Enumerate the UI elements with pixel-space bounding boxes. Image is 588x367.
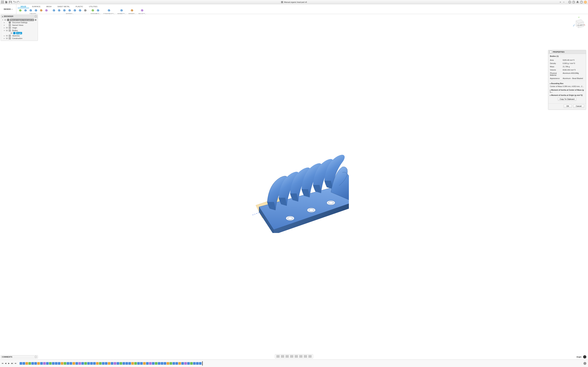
timeline-feature[interactable] xyxy=(134,362,137,365)
timeline-feature[interactable] xyxy=(146,362,149,365)
properties-header[interactable]: PROPERTIES xyxy=(548,50,586,54)
grid-settings-icon[interactable] xyxy=(304,355,307,358)
new-tab-icon[interactable]: ＋ xyxy=(562,0,565,4)
user-avatar-icon[interactable] xyxy=(584,0,587,4)
tool-icon[interactable] xyxy=(107,8,111,13)
timeline-feature[interactable] xyxy=(169,362,172,365)
timeline-feature[interactable] xyxy=(158,362,160,365)
timeline-feature[interactable] xyxy=(172,362,175,365)
tool-icon[interactable] xyxy=(18,8,23,13)
eye-icon[interactable] xyxy=(6,29,8,32)
pin-icon[interactable] xyxy=(35,15,37,17)
ribbon-tab-plastic[interactable]: PLASTIC xyxy=(73,5,86,8)
timeline-feature[interactable] xyxy=(167,362,169,365)
eye-icon[interactable] xyxy=(10,32,13,34)
timeline-feature[interactable] xyxy=(176,362,178,365)
tool-icon[interactable] xyxy=(39,8,43,13)
timeline-feature[interactable] xyxy=(61,362,63,365)
tool-icon[interactable] xyxy=(130,8,134,13)
timeline-feature[interactable] xyxy=(81,362,84,365)
timeline-feature[interactable] xyxy=(76,362,78,365)
timeline-feature[interactable] xyxy=(193,362,196,365)
grid-apps-icon[interactable] xyxy=(1,0,4,4)
timeline-feature[interactable] xyxy=(119,362,122,365)
extensions-icon[interactable] xyxy=(568,0,571,4)
timeline-feature[interactable] xyxy=(84,362,87,365)
timeline-feature[interactable] xyxy=(49,362,52,365)
timeline-feature[interactable] xyxy=(117,362,119,365)
pan-icon[interactable] xyxy=(286,355,289,358)
timeline-feature[interactable] xyxy=(178,362,181,365)
tool-icon[interactable] xyxy=(67,8,72,13)
tool-icon[interactable] xyxy=(78,8,82,13)
moi-com-section[interactable]: Moment of Inertia at Center of Mass (g L… xyxy=(550,88,584,93)
job-status-icon[interactable] xyxy=(572,0,575,4)
timeline-feature[interactable] xyxy=(87,362,90,365)
ok-button[interactable]: OK xyxy=(564,104,572,108)
timeline-next-icon[interactable]: ▶| xyxy=(11,362,14,365)
cancel-button[interactable]: Cancel xyxy=(573,104,584,108)
timeline-prev-icon[interactable]: ◀ xyxy=(5,362,7,365)
timeline-feature[interactable] xyxy=(102,362,105,365)
timeline-feature[interactable] xyxy=(55,362,58,365)
eye-icon[interactable] xyxy=(6,35,8,37)
undo-icon[interactable]: ▾ xyxy=(13,0,16,4)
timeline-feature[interactable] xyxy=(64,362,66,365)
help-icon[interactable]: ? xyxy=(580,0,583,4)
tool-icon[interactable] xyxy=(52,8,56,13)
ribbon-tab-surface[interactable]: SURFACE xyxy=(29,5,43,8)
timeline-feature[interactable] xyxy=(37,362,40,365)
timeline-start-icon[interactable]: ⏮ xyxy=(2,362,4,365)
timeline-feature[interactable] xyxy=(187,362,190,365)
timeline-feature[interactable] xyxy=(199,362,202,365)
tool-icon[interactable] xyxy=(44,8,49,13)
tree-node-sketches[interactable]: ▸Sketches xyxy=(1,34,37,37)
timeline-feature[interactable] xyxy=(196,362,199,365)
collapse-browser-icon[interactable] xyxy=(2,15,4,17)
workspace-switcher[interactable]: DESIGN xyxy=(0,4,16,14)
ribbon-tab-utilities[interactable]: UTILITIES xyxy=(86,5,100,8)
tool-icon[interactable] xyxy=(91,8,95,13)
tool-icon[interactable] xyxy=(83,8,88,13)
tool-icon[interactable] xyxy=(96,8,100,13)
display-settings-icon[interactable] xyxy=(299,355,302,358)
timeline-feature[interactable] xyxy=(67,362,69,365)
tool-icon[interactable] xyxy=(34,8,38,13)
viewport[interactable]: FRONT RIGHT X Y Z xyxy=(0,14,588,367)
timeline-feature[interactable] xyxy=(105,362,108,365)
timeline-feature[interactable] xyxy=(181,362,184,365)
timeline-feature[interactable] xyxy=(58,362,60,365)
timeline-feature[interactable] xyxy=(78,362,81,365)
timeline-feature[interactable] xyxy=(90,362,93,365)
timeline-feature[interactable] xyxy=(128,362,131,365)
look-at-icon[interactable] xyxy=(281,355,284,358)
tool-icon[interactable] xyxy=(73,8,77,13)
ribbon-tab-sheet metal[interactable]: SHEET METAL xyxy=(54,5,73,8)
ribbon-tab-mesh[interactable]: MESH xyxy=(43,5,55,8)
timeline-feature[interactable] xyxy=(143,362,146,365)
tool-icon[interactable] xyxy=(28,8,33,13)
timeline-feature[interactable] xyxy=(70,362,72,365)
comments-header[interactable]: COMMENTS xyxy=(1,355,38,358)
timeline-feature[interactable] xyxy=(155,362,158,365)
file-new-icon[interactable]: ▾ xyxy=(5,0,8,4)
eye-icon[interactable] xyxy=(6,37,8,40)
timeline-feature[interactable] xyxy=(28,362,31,365)
fit-icon[interactable] xyxy=(295,355,298,358)
bounding-box-section[interactable]: Bounding Box xyxy=(550,82,584,85)
eye-icon[interactable] xyxy=(4,19,6,21)
tree-node-named-views[interactable]: ▸Named Views xyxy=(1,24,37,26)
tree-node-bodies[interactable]: ▾Bodies xyxy=(1,29,37,32)
ribbon-tab-solid[interactable]: SOLID xyxy=(18,5,29,8)
tool-icon[interactable] xyxy=(23,8,28,13)
tree-node-construction[interactable]: ▸Construction xyxy=(1,37,37,40)
timeline-feature[interactable] xyxy=(190,362,193,365)
timeline-feature[interactable] xyxy=(43,362,46,365)
timeline-feature[interactable] xyxy=(96,362,99,365)
timeline-feature[interactable] xyxy=(31,362,34,365)
timeline-feature[interactable] xyxy=(137,362,140,365)
timeline-feature[interactable] xyxy=(46,362,49,365)
timeline-feature[interactable] xyxy=(131,362,134,365)
tool-icon[interactable] xyxy=(62,8,67,13)
save-icon[interactable] xyxy=(9,0,12,4)
